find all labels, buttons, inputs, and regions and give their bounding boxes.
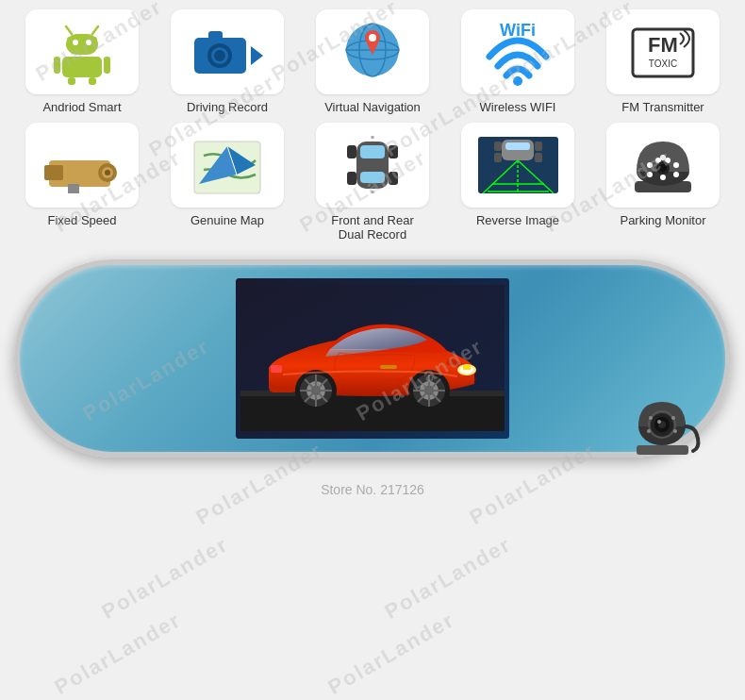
svg-point-108 (647, 429, 651, 433)
rear-camera-icon (622, 387, 703, 458)
navigation-icon (339, 17, 406, 88)
driving-record-icon-box (171, 9, 284, 94)
watermark-text: PolarLander (324, 608, 459, 700)
svg-text:FM: FM (648, 33, 678, 57)
android-smart-label: Andriod Smart (42, 100, 121, 115)
svg-rect-46 (389, 172, 398, 185)
svg-rect-60 (535, 153, 542, 162)
front-rear-icon-box (316, 123, 429, 208)
svg-rect-10 (68, 77, 75, 85)
svg-point-67 (647, 172, 653, 177)
svg-point-63 (647, 162, 653, 168)
svg-point-66 (673, 162, 679, 168)
svg-line-2 (66, 26, 72, 34)
svg-rect-4 (66, 34, 98, 55)
svg-rect-74 (240, 393, 505, 431)
speed-icon (40, 137, 124, 193)
driving-record-label: Driving Record (187, 100, 268, 115)
svg-rect-99 (637, 445, 688, 455)
android-icon (49, 19, 115, 85)
fm-transmitter-icon-box: FM TOXIC (606, 9, 720, 94)
store-text: Store No. 217126 (321, 482, 424, 497)
svg-point-107 (671, 416, 675, 420)
svg-point-68 (673, 172, 679, 177)
features-row-1: Andriod Smart Driving Record (9, 9, 736, 115)
front-rear-label: Front and Rear Dual Record (331, 213, 413, 242)
parking-monitor-icon-box (606, 123, 720, 208)
svg-rect-31 (44, 165, 63, 180)
feature-virtual-navigation: Virtual Navigation (306, 9, 439, 115)
svg-point-5 (73, 40, 78, 45)
rear-camera (622, 387, 703, 458)
map-icon (190, 132, 265, 198)
reverse-image-icon-box (461, 123, 574, 208)
features-section: Andriod Smart Driving Record (0, 0, 745, 250)
parking-icon (625, 132, 701, 198)
reverse-icon (473, 132, 563, 198)
svg-point-70 (660, 155, 666, 160)
svg-rect-9 (104, 57, 110, 74)
svg-rect-41 (360, 145, 385, 158)
svg-rect-42 (360, 172, 385, 183)
feature-driving-record: Driving Record (161, 9, 293, 115)
feature-reverse-image: Reverse Image (452, 123, 584, 242)
watermark-text: PolarLander (98, 532, 233, 625)
android-smart-icon-box (25, 9, 139, 94)
feature-android-smart: Andriod Smart (16, 9, 148, 115)
feature-genuine-map: Genuine Map (161, 123, 293, 242)
front-rear-icon (330, 134, 415, 195)
svg-point-104 (657, 420, 661, 424)
genuine-map-icon-box (171, 123, 284, 208)
svg-point-69 (660, 175, 666, 180)
svg-rect-44 (389, 145, 398, 158)
svg-point-34 (105, 170, 110, 175)
wifi-icon: WiFi (475, 17, 560, 88)
svg-rect-45 (347, 172, 356, 185)
svg-point-6 (86, 40, 91, 45)
watermark-text: PolarLander (381, 532, 516, 625)
svg-rect-43 (347, 145, 356, 158)
svg-rect-98 (463, 365, 471, 370)
fm-icon: FM TOXIC (625, 22, 701, 83)
mirror-section (14, 259, 731, 476)
feature-wireless-wifi: WiFi Wireless WIFI (452, 9, 584, 115)
sports-car-icon (240, 285, 505, 431)
svg-marker-17 (251, 46, 263, 65)
parking-monitor-label: Parking Monitor (620, 213, 705, 228)
svg-point-106 (649, 416, 653, 420)
mirror-screen (236, 278, 509, 439)
svg-text:WiFi: WiFi (500, 21, 536, 40)
svg-rect-80 (271, 365, 282, 373)
wireless-wifi-label: Wireless WIFI (480, 100, 556, 115)
feature-fm-transmitter: FM TOXIC FM Transmitter (597, 9, 729, 115)
features-row-2: Fixed Speed Genuine Map (9, 123, 736, 242)
svg-rect-59 (494, 153, 502, 162)
svg-rect-97 (380, 365, 397, 369)
svg-line-3 (92, 26, 98, 34)
fixed-speed-icon-box (25, 123, 139, 208)
svg-point-23 (369, 34, 376, 42)
virtual-navigation-label: Virtual Navigation (324, 100, 421, 115)
wireless-wifi-icon-box: WiFi (461, 9, 574, 94)
svg-rect-58 (535, 142, 542, 151)
svg-point-25 (513, 76, 522, 86)
car-display (236, 278, 509, 439)
camera-icon (190, 24, 265, 80)
fm-transmitter-label: FM Transmitter (621, 100, 704, 115)
svg-rect-8 (54, 57, 60, 74)
feature-parking-monitor: Parking Monitor (597, 123, 729, 242)
svg-rect-11 (89, 77, 96, 85)
feature-fixed-speed: Fixed Speed (16, 123, 148, 242)
fixed-speed-label: Fixed Speed (48, 213, 117, 228)
svg-rect-57 (494, 142, 502, 151)
store-info: Store No. 217126 (0, 476, 745, 498)
svg-rect-35 (68, 184, 79, 193)
feature-front-rear: Front and Rear Dual Record (306, 123, 439, 242)
svg-rect-7 (62, 57, 102, 77)
svg-point-109 (673, 429, 677, 433)
virtual-navigation-icon-box (316, 9, 429, 94)
watermark-text: PolarLander (51, 608, 186, 700)
svg-rect-56 (505, 142, 530, 150)
svg-text:TOXIC: TOXIC (649, 58, 677, 69)
reverse-image-label: Reverse Image (476, 213, 559, 228)
